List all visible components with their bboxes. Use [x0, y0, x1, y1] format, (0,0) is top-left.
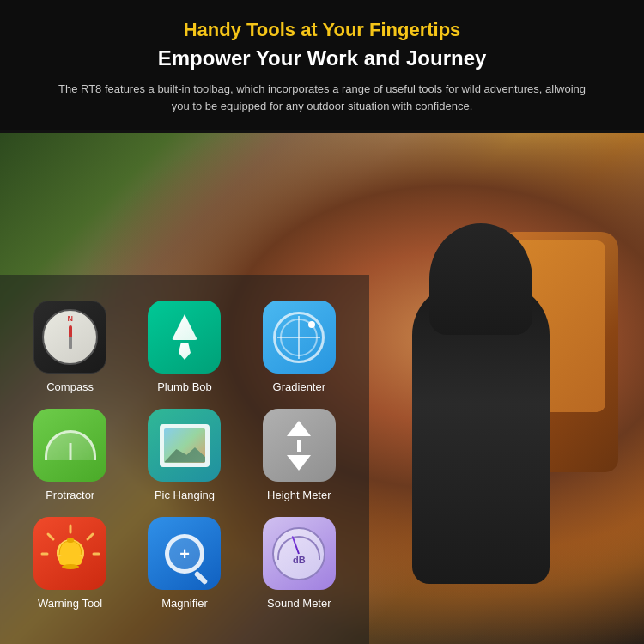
compass-label: Compass — [46, 380, 94, 393]
magnifier-label: Magnifier — [161, 597, 207, 610]
tool-item-pichanging[interactable]: Pic Hanging — [131, 409, 237, 501]
plumb-top — [172, 314, 197, 340]
heightmeter-icon-bg — [263, 409, 336, 482]
magnifier-plus-icon: + — [179, 545, 190, 562]
height-arrows — [287, 421, 311, 471]
plumbbob-shape — [172, 314, 197, 360]
pic-inner — [164, 428, 205, 463]
plumb-bottom — [179, 343, 191, 360]
protractor-icon-bg — [33, 409, 106, 482]
warningtool-icon-bg — [33, 517, 106, 590]
svg-point-9 — [62, 564, 79, 569]
arrow-up-icon — [287, 421, 311, 436]
tool-item-plumbbob[interactable]: Plumb Bob — [131, 301, 237, 393]
soundmeter-label: Sound Meter — [267, 597, 331, 610]
gradienter-crosshair-v — [298, 316, 300, 359]
compass-icon-bg — [33, 301, 106, 374]
svg-line-1 — [88, 534, 93, 539]
gradienter-label: Gradienter — [273, 380, 325, 393]
svg-rect-7 — [59, 555, 82, 565]
pic-frame — [160, 424, 210, 467]
tool-item-heightmeter[interactable]: Height Meter — [246, 409, 352, 501]
arrow-line — [297, 440, 301, 452]
header-description: The RT8 features a built-in toolbag, whi… — [56, 81, 588, 114]
tool-item-magnifier[interactable]: + Magnifier — [131, 517, 237, 610]
warningtool-label: Warning Tool — [38, 597, 102, 610]
protractor-shape — [45, 430, 96, 460]
pichanging-icon-bg — [148, 409, 221, 482]
warning-light — [40, 524, 100, 584]
gradienter-dot — [308, 321, 315, 328]
heightmeter-label: Height Meter — [267, 489, 331, 501]
tool-item-compass[interactable]: Compass — [17, 301, 123, 393]
page-wrapper: Handy Tools at Your Fingertips Empower Y… — [0, 0, 644, 644]
compass-face — [42, 309, 98, 365]
svg-line-2 — [48, 534, 53, 539]
plumbbob-label: Plumb Bob — [157, 380, 212, 393]
tool-item-soundmeter[interactable]: Sound Meter — [246, 517, 352, 610]
magnifier-shape: + — [165, 534, 204, 574]
gauge-scale — [277, 536, 320, 560]
header-subtitle: Handy Tools at Your Fingertips — [17, 19, 627, 41]
gradienter-icon-bg — [263, 301, 336, 374]
gradienter-circle — [273, 312, 325, 363]
tools-grid: Compass Plumb Bob — [13, 292, 356, 618]
pichanging-label: Pic Hanging — [155, 489, 215, 501]
soundmeter-icon-bg — [263, 517, 336, 590]
header-title: Empower Your Work and Journey — [17, 46, 627, 70]
tool-item-warningtool[interactable]: Warning Tool — [17, 517, 123, 610]
sound-gauge — [272, 527, 325, 580]
plumbbob-icon-bg — [148, 301, 221, 374]
tools-section: Compass Plumb Bob — [0, 275, 369, 644]
arrow-down-icon — [287, 455, 311, 471]
magnifier-circle: + — [165, 534, 204, 574]
pic-mountain — [164, 444, 205, 463]
warning-svg — [40, 524, 100, 584]
jacket — [412, 283, 550, 584]
header-section: Handy Tools at Your Fingertips Empower Y… — [0, 0, 644, 130]
svg-rect-8 — [67, 538, 74, 543]
magnifier-icon-bg: + — [148, 517, 221, 590]
hiker-figure — [343, 180, 618, 644]
tool-item-protractor[interactable]: Protractor — [17, 409, 123, 501]
magnifier-handle — [193, 570, 208, 585]
protractor-label: Protractor — [46, 489, 94, 501]
tool-item-gradienter[interactable]: Gradienter — [246, 301, 352, 393]
